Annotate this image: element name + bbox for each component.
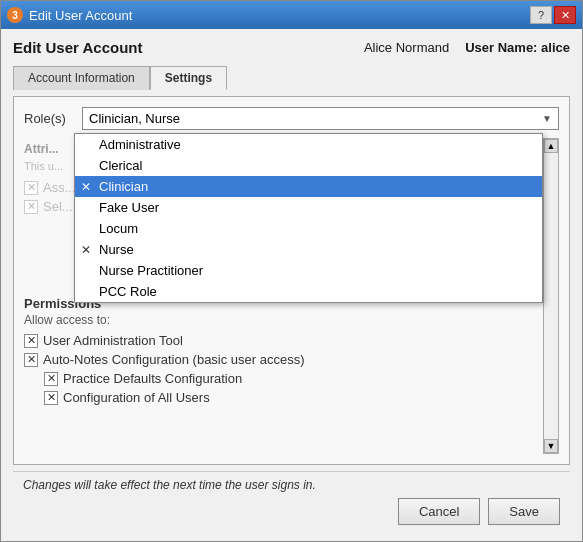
window-title: Edit User Account (29, 8, 132, 23)
title-bar: 3 Edit User Account ? ✕ (1, 1, 582, 29)
title-bar-controls: ? ✕ (530, 6, 576, 24)
dropdown-arrow-icon: ▼ (542, 113, 552, 124)
dropdown-menu: Administrative Clerical ✕ Clinician Fake… (74, 133, 543, 303)
footer-buttons: Cancel Save (23, 498, 560, 525)
dropdown-item-fake-user[interactable]: Fake User (75, 197, 542, 218)
check-clerical (81, 159, 95, 173)
save-button[interactable]: Save (488, 498, 560, 525)
scroll-track[interactable] (544, 153, 558, 439)
title-bar-left: 3 Edit User Account (7, 7, 132, 23)
check-nurse-practitioner (81, 264, 95, 278)
footer-bar: Changes will take effect the next time t… (13, 471, 570, 531)
permission-practice-defaults[interactable]: ✕ Practice Defaults Configuration (24, 369, 543, 388)
permission-auto-notes[interactable]: ✕ Auto-Notes Configuration (basic user a… (24, 350, 543, 369)
tabs: Account Information Settings (13, 66, 570, 90)
check-pcc-role (81, 285, 95, 299)
perm-user-admin-checkbox[interactable]: ✕ (24, 334, 38, 348)
header-username: User Name: alice (465, 40, 570, 55)
dropdown-item-administrative[interactable]: Administrative (75, 134, 542, 155)
cancel-button[interactable]: Cancel (398, 498, 480, 525)
permissions-desc: Allow access to: (24, 313, 543, 327)
perm-all-users-label: Configuration of All Users (63, 390, 210, 405)
attr1-label: Ass... (43, 180, 76, 195)
roles-label: Role(s) (24, 111, 74, 126)
check-clinician: ✕ (81, 180, 95, 194)
header-row: Edit User Account Alice Normand User Nam… (13, 39, 570, 56)
perm-practice-defaults-label: Practice Defaults Configuration (63, 371, 242, 386)
permission-all-users[interactable]: ✕ Configuration of All Users (24, 388, 543, 407)
tab-content: Role(s) Clinician, Nurse ▼ Administrativ… (13, 96, 570, 465)
main-window: 3 Edit User Account ? ✕ Edit User Accoun… (0, 0, 583, 542)
scrollbar[interactable]: ▲ ▼ (543, 138, 559, 454)
page-title: Edit User Account (13, 39, 142, 56)
dropdown-item-nurse-practitioner[interactable]: Nurse Practitioner (75, 260, 542, 281)
help-button[interactable]: ? (530, 6, 552, 24)
tab-account-information[interactable]: Account Information (13, 66, 150, 90)
check-fake-user (81, 201, 95, 215)
dropdown-item-nurse[interactable]: ✕ Nurse (75, 239, 542, 260)
perm-practice-defaults-checkbox[interactable]: ✕ (44, 372, 58, 386)
perm-user-admin-label: User Administration Tool (43, 333, 183, 348)
perm-auto-notes-label: Auto-Notes Configuration (basic user acc… (43, 352, 305, 367)
attr2-checkbox[interactable]: ✕ (24, 200, 38, 214)
attr1-checkbox[interactable]: ✕ (24, 181, 38, 195)
close-button[interactable]: ✕ (554, 6, 576, 24)
tab-settings[interactable]: Settings (150, 66, 227, 90)
app-icon: 3 (7, 7, 23, 23)
roles-dropdown[interactable]: Clinician, Nurse ▼ (82, 107, 559, 130)
scroll-up-button[interactable]: ▲ (544, 139, 558, 153)
dropdown-item-clerical[interactable]: Clerical (75, 155, 542, 176)
header-user-name: Alice Normand (364, 40, 449, 55)
dropdown-item-clinician[interactable]: ✕ Clinician (75, 176, 542, 197)
dropdown-item-pcc-role[interactable]: PCC Role (75, 281, 542, 302)
roles-value: Clinician, Nurse (89, 111, 180, 126)
permissions-section: Permissions Allow access to: ✕ User Admi… (24, 296, 543, 407)
header-right: Alice Normand User Name: alice (364, 40, 570, 55)
check-locum (81, 222, 95, 236)
dropdown-item-locum[interactable]: Locum (75, 218, 542, 239)
scroll-down-button[interactable]: ▼ (544, 439, 558, 453)
check-administrative (81, 138, 95, 152)
permission-user-admin[interactable]: ✕ User Administration Tool (24, 331, 543, 350)
check-nurse: ✕ (81, 243, 95, 257)
footer-message: Changes will take effect the next time t… (23, 478, 560, 492)
roles-row: Role(s) Clinician, Nurse ▼ Administrativ… (24, 107, 559, 130)
window-content: Edit User Account Alice Normand User Nam… (1, 29, 582, 541)
perm-all-users-checkbox[interactable]: ✕ (44, 391, 58, 405)
perm-auto-notes-checkbox[interactable]: ✕ (24, 353, 38, 367)
